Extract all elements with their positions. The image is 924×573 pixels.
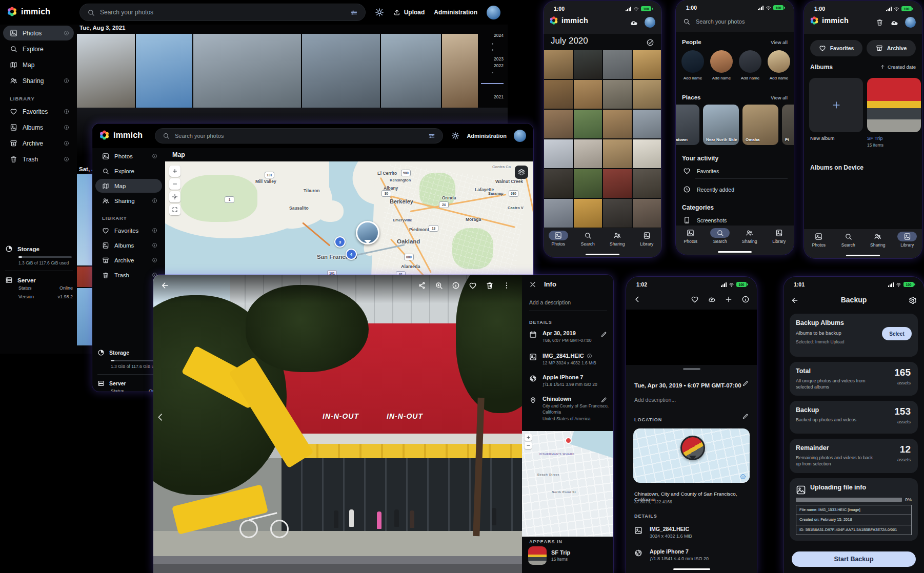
info-icon[interactable] (741, 295, 750, 303)
person-item[interactable]: Add name (681, 50, 705, 80)
sidebar-item[interactable]: Explore (95, 164, 162, 178)
photo-in-n-out[interactable]: IN-N-OUT IN-N-OUT (153, 275, 522, 573)
map-photo-cluster-marker[interactable]: 3 (334, 236, 346, 248)
photo-thumbnail[interactable] (574, 199, 602, 228)
zoom-in-button[interactable] (525, 434, 532, 441)
photo-thumbnail[interactable] (603, 169, 632, 198)
photo-thumbnail[interactable] (603, 110, 632, 138)
search-input[interactable]: Search your photos (79, 4, 366, 21)
photo-thumbnail[interactable] (442, 34, 478, 108)
more-options-icon[interactable] (503, 281, 511, 290)
photo-thumbnail[interactable] (544, 110, 573, 138)
zoom-icon[interactable] (435, 281, 443, 290)
sidebar-item[interactable]: Albums (95, 238, 162, 252)
immich-logo[interactable]: immich (99, 130, 143, 140)
back-icon[interactable] (160, 281, 170, 290)
avatar[interactable] (905, 17, 916, 28)
edit-location-icon[interactable] (600, 397, 607, 403)
photo-thumbnail[interactable] (603, 139, 632, 168)
album-tile-sf-trip[interactable] (867, 78, 921, 132)
back-icon[interactable] (633, 295, 641, 303)
nav-item[interactable]: Photos (807, 232, 831, 258)
administration-link[interactable]: Administration (467, 133, 507, 139)
search-input[interactable]: Search your photos (155, 128, 443, 144)
photo-thumbnail[interactable] (633, 50, 661, 79)
share-icon[interactable] (418, 281, 426, 290)
place-tile[interactable]: Chinatown (676, 105, 699, 145)
close-icon[interactable] (529, 281, 536, 288)
photo-thumbnail[interactable] (544, 80, 573, 109)
nav-item[interactable]: Photos (679, 228, 702, 255)
view-all-places-link[interactable]: View all (771, 95, 788, 100)
photo-thumbnail[interactable] (574, 80, 602, 109)
album-link-row[interactable]: SF Trip 15 items (528, 546, 570, 565)
person-item[interactable]: Add name (738, 50, 762, 80)
sidebar-item[interactable]: Map (95, 179, 162, 193)
edit-date-icon[interactable] (600, 331, 607, 338)
photo-thumbnail[interactable] (574, 139, 602, 168)
photo-thumbnail[interactable] (544, 199, 573, 228)
sidebar-item[interactable]: Photos (3, 26, 74, 40)
nav-item[interactable]: Library (767, 228, 791, 255)
edit-location-icon[interactable] (742, 413, 749, 420)
location-map[interactable] (633, 428, 750, 483)
zoom-out-button[interactable] (525, 442, 532, 449)
activity-row[interactable]: Recently added (683, 186, 788, 193)
photo-thumbnail[interactable] (574, 110, 602, 138)
photo-thumbnail[interactable] (633, 110, 661, 138)
edit-date-icon[interactable] (742, 380, 749, 387)
archive-button[interactable]: Archive (867, 40, 916, 56)
trash-icon[interactable] (876, 18, 883, 26)
photo-thumbnail[interactable] (544, 139, 573, 168)
search-filter-icon[interactable] (428, 132, 435, 139)
photo-thumbnail[interactable] (603, 50, 632, 79)
photo-thumbnail[interactable] (544, 169, 573, 198)
favorites-button[interactable]: Favorites (810, 40, 862, 56)
scrubber-year[interactable]: 2021 (480, 94, 504, 99)
place-tile[interactable]: Omaha (742, 105, 778, 145)
sidebar-item[interactable]: Photos (95, 149, 162, 163)
photo-thumbnail[interactable] (193, 34, 301, 108)
sheet-drag-handle[interactable] (683, 368, 700, 370)
new-album-tile[interactable] (809, 78, 863, 132)
theme-toggle-icon[interactable] (451, 132, 459, 140)
photo-thumbnail[interactable] (77, 34, 135, 108)
activity-row[interactable]: Favorites (683, 167, 788, 175)
place-tile[interactable]: Near North Side (703, 105, 739, 145)
zoom-in-button[interactable] (169, 166, 180, 177)
search-filter-icon[interactable] (350, 9, 358, 16)
sort-control[interactable]: Created date (880, 64, 916, 70)
scrubber-year[interactable]: 2023 (480, 56, 504, 62)
upload-cloud-icon[interactable] (708, 295, 716, 303)
avatar[interactable] (514, 130, 526, 142)
backup-cloud-icon[interactable] (629, 18, 638, 27)
sidebar-item[interactable]: Albums (3, 120, 74, 135)
sidebar-item[interactable]: Trash (3, 152, 74, 167)
person-item[interactable]: Add name (767, 50, 791, 80)
photo-thumbnail[interactable] (633, 80, 661, 109)
photo-thumbnail[interactable] (633, 169, 661, 198)
photo-thumbnail[interactable] (603, 80, 632, 109)
previous-photo-icon[interactable] (155, 412, 166, 422)
place-tile[interactable]: Pi (782, 105, 794, 145)
person-item[interactable]: Add name (710, 50, 733, 80)
sidebar-item[interactable]: Favorites (95, 223, 162, 237)
locate-button[interactable] (169, 191, 180, 202)
search-input[interactable]: Search your photos (683, 15, 787, 28)
map-settings-button[interactable] (515, 166, 528, 179)
sidebar-item[interactable]: Sharing (3, 73, 74, 88)
photo-thumbnail[interactable] (603, 199, 632, 228)
photo-thumbnail[interactable] (136, 34, 192, 108)
select-button[interactable]: Select (882, 327, 912, 340)
photo-thumbnail[interactable] (381, 34, 441, 108)
photo-thumbnail[interactable] (544, 50, 573, 79)
map-attribution-icon[interactable] (740, 474, 746, 480)
avatar[interactable] (487, 6, 500, 19)
administration-link[interactable]: Administration (434, 9, 477, 16)
photo-thumbnail[interactable] (574, 169, 602, 198)
add-name-label[interactable]: Add name (741, 76, 759, 80)
photo-thumbnail[interactable] (633, 139, 661, 168)
settings-gear-icon[interactable] (909, 296, 917, 304)
scrubber-year[interactable]: 2022 (480, 63, 504, 68)
info-icon[interactable] (452, 281, 460, 290)
